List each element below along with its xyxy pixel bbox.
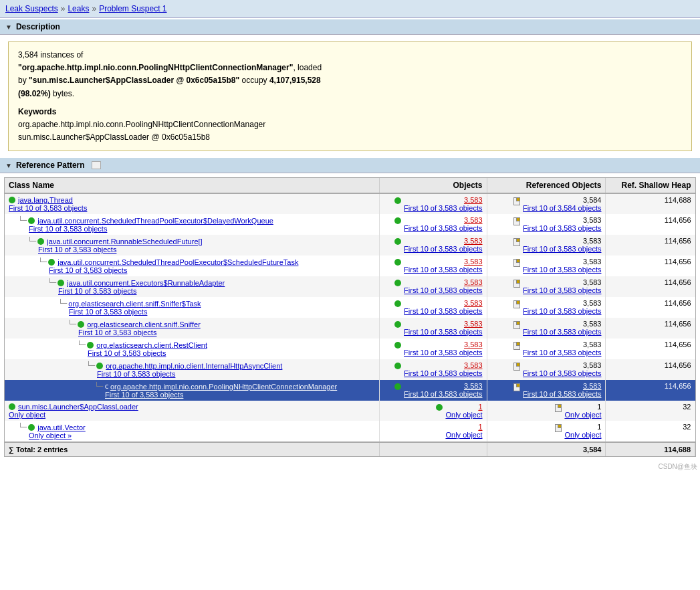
objects-sub-link[interactable]: First 10 of 3,583 objects bbox=[404, 349, 482, 357]
cell-objects: 3,583First 10 of 3,583 objects bbox=[379, 214, 487, 235]
class-sub-link[interactable]: Only object » bbox=[18, 431, 375, 439]
green-dot-icon bbox=[48, 259, 55, 266]
ref-count: 3,584 bbox=[523, 196, 601, 204]
ref-sub-link[interactable]: Only object bbox=[564, 431, 601, 439]
ref-sub-link[interactable]: First 10 of 3,584 objects bbox=[523, 204, 601, 212]
cell-objects: 3,583First 10 of 3,583 objects bbox=[379, 359, 487, 380]
doc-icon bbox=[513, 363, 520, 371]
objects-count-link[interactable]: 1 bbox=[445, 403, 482, 411]
objects-sub-link[interactable]: First 10 of 3,583 objects bbox=[404, 328, 482, 336]
ref-sub-link[interactable]: First 10 of 3,583 objects bbox=[523, 369, 601, 377]
desc-loader: "sun.misc.Launcher$AppClassLoader @ 0x6c… bbox=[29, 76, 239, 85]
description-toggle[interactable]: ▼ bbox=[5, 23, 12, 31]
class-name-link[interactable]: org.elasticsearch.client.sniff.Sniffer$T… bbox=[68, 300, 201, 308]
obj-green-dot-icon bbox=[394, 259, 401, 266]
cell-class-name: └─java.util.concurrent.RunnableScheduled… bbox=[5, 235, 379, 256]
cell-class-name: └─org.apache.http.impl.nio.client.Intern… bbox=[5, 359, 379, 380]
class-sub-link[interactable]: First 10 of 3,583 objects bbox=[38, 266, 375, 274]
objects-sub-link[interactable]: First 10 of 3,583 objects bbox=[404, 224, 482, 232]
class-sub-link[interactable]: First 10 of 3,583 objects bbox=[18, 225, 375, 233]
class-sub-link[interactable]: First 10 of 3,583 objects bbox=[86, 370, 375, 378]
objects-count-link[interactable]: 1 bbox=[445, 423, 482, 431]
reference-pattern-toggle[interactable]: ▼ bbox=[5, 162, 12, 169]
class-sub-link[interactable]: First 10 of 3,583 objects bbox=[68, 328, 375, 336]
objects-count-link[interactable]: 3,583 bbox=[404, 320, 482, 328]
objects-sub-link[interactable]: Only object bbox=[445, 431, 482, 439]
desc-bytes: 4,107,915,528 bbox=[269, 76, 321, 85]
objects-sub-link[interactable]: First 10 of 3,583 objects bbox=[404, 369, 482, 377]
objects-count-link[interactable]: 3,583 bbox=[404, 216, 482, 224]
ref-sub-link[interactable]: First 10 of 3,583 objects bbox=[523, 245, 601, 253]
ref-sub-link[interactable]: First 10 of 3,583 objects bbox=[523, 390, 601, 398]
ref-sub-link[interactable]: First 10 of 3,583 objects bbox=[523, 307, 601, 315]
objects-count-link[interactable]: 3,583 bbox=[404, 278, 482, 286]
objects-count-link[interactable]: 3,583 bbox=[404, 340, 482, 349]
table-row: sun.misc.Launcher$AppClassLoaderOnly obj… bbox=[5, 401, 695, 421]
objects-sub-link[interactable]: First 10 of 3,583 objects bbox=[404, 307, 482, 315]
breadcrumb-problem-suspect[interactable]: Problem Suspect 1 bbox=[99, 4, 166, 13]
objects-count-link[interactable]: 3,583 bbox=[404, 361, 482, 369]
objects-count-link[interactable]: 3,583 bbox=[404, 382, 482, 390]
ref-sub-link[interactable]: First 10 of 3,583 objects bbox=[523, 349, 601, 357]
class-name-link[interactable]: java.util.concurrent.ScheduledThreadPool… bbox=[57, 258, 298, 266]
cell-ref-objects: 3,583First 10 of 3,583 objects bbox=[487, 214, 606, 235]
objects-sub-link[interactable]: First 10 of 3,583 objects bbox=[404, 390, 482, 398]
objects-sub-link[interactable]: First 10 of 3,583 objects bbox=[404, 204, 482, 212]
ref-sub-link[interactable]: First 10 of 3,583 objects bbox=[523, 286, 601, 294]
tree-prefix: └─ bbox=[38, 258, 47, 266]
class-name-link[interactable]: sun.misc.Launcher$AppClassLoader bbox=[18, 403, 138, 411]
ref-sub-link[interactable]: First 10 of 3,583 objects bbox=[523, 224, 601, 232]
class-name-link[interactable]: java.util.concurrent.RunnableScheduledFu… bbox=[47, 237, 202, 245]
class-sub-link[interactable]: First 10 of 3,583 objects bbox=[9, 204, 375, 212]
col-shallow-heap: Ref. Shallow Heap bbox=[606, 178, 695, 193]
class-name-link[interactable]: org.apache.http.impl.nio.client.Internal… bbox=[106, 362, 282, 370]
objects-sub-link[interactable]: Only object bbox=[445, 411, 482, 419]
class-name-link[interactable]: org.elasticsearch.client.sniff.Sniffer bbox=[87, 320, 201, 328]
tree-prefix: └─ bbox=[27, 237, 36, 245]
obj-green-dot-icon bbox=[394, 238, 401, 245]
cell-class-name: └─corg.apache.http.impl.nio.conn.Pooling… bbox=[5, 380, 379, 401]
desc-percent: (98.02%) bbox=[18, 89, 51, 98]
class-name-link[interactable]: java.util.concurrent.Executors$RunnableA… bbox=[67, 279, 225, 287]
objects-count-link[interactable]: 3,583 bbox=[404, 258, 482, 266]
table-row: └─org.elasticsearch.client.sniff.Sniffer… bbox=[5, 297, 695, 318]
doc-icon bbox=[513, 300, 520, 308]
class-sub-link[interactable]: First 10 of 3,583 objects bbox=[47, 287, 375, 295]
breadcrumb-leaks[interactable]: Leaks bbox=[68, 4, 89, 13]
cell-shallow-heap: 114,656 bbox=[606, 256, 695, 276]
cell-objects: 1Only object bbox=[379, 421, 487, 442]
objects-sub-link[interactable]: First 10 of 3,583 objects bbox=[404, 245, 482, 253]
class-name-link[interactable]: java.util.concurrent.ScheduledThreadPool… bbox=[37, 217, 273, 225]
class-name-link[interactable]: org.apache.http.impl.nio.conn.PoolingNHt… bbox=[110, 383, 337, 391]
class-sub-link[interactable]: First 10 of 3,583 objects bbox=[94, 391, 375, 399]
class-name-link[interactable]: org.elasticsearch.client.RestClient bbox=[96, 341, 207, 349]
class-name-link[interactable]: java.util.Vector bbox=[37, 423, 86, 431]
objects-sub-link[interactable]: First 10 of 3,583 objects bbox=[404, 266, 482, 274]
ref-sub-link[interactable]: Only object bbox=[564, 411, 601, 419]
obj-green-dot-icon bbox=[394, 280, 401, 286]
desc-line3: by bbox=[18, 76, 29, 85]
cell-objects: 1Only object bbox=[379, 401, 487, 421]
class-sub-link[interactable]: First 10 of 3,583 objects bbox=[58, 308, 375, 316]
ref-sub-link[interactable]: First 10 of 3,583 objects bbox=[523, 328, 601, 336]
objects-count-link[interactable]: 3,583 bbox=[404, 299, 482, 307]
green-dot-icon bbox=[37, 238, 44, 245]
cell-ref-objects: 3,583First 10 of 3,583 objects bbox=[487, 380, 606, 401]
class-sub-link[interactable]: First 10 of 3,583 objects bbox=[27, 245, 375, 254]
objects-count-link[interactable]: 3,583 bbox=[404, 196, 482, 204]
class-name-link[interactable]: java.lang.Thread bbox=[18, 196, 73, 204]
obj-green-dot-icon bbox=[394, 363, 401, 369]
breadcrumb-leak-suspects[interactable]: Leak Suspects bbox=[5, 4, 58, 13]
class-sub-link[interactable]: First 10 of 3,583 objects bbox=[77, 349, 375, 357]
objects-sub-link[interactable]: First 10 of 3,583 objects bbox=[404, 286, 482, 294]
cell-objects: 3,583First 10 of 3,583 objects bbox=[379, 380, 487, 401]
ref-sub-link[interactable]: First 10 of 3,583 objects bbox=[523, 266, 601, 274]
class-sub-link[interactable]: Only object bbox=[9, 411, 375, 419]
tree-prefix: └─ bbox=[18, 216, 27, 225]
cell-shallow-heap: 32 bbox=[606, 401, 695, 421]
cell-shallow-heap: 114,656 bbox=[606, 276, 695, 297]
footer-ref-total: 3,584 bbox=[487, 442, 606, 456]
watermark: CSDN@鱼块 bbox=[0, 461, 700, 473]
objects-count-link[interactable]: 3,583 bbox=[404, 237, 482, 245]
ref-pattern-icon[interactable] bbox=[92, 161, 101, 169]
